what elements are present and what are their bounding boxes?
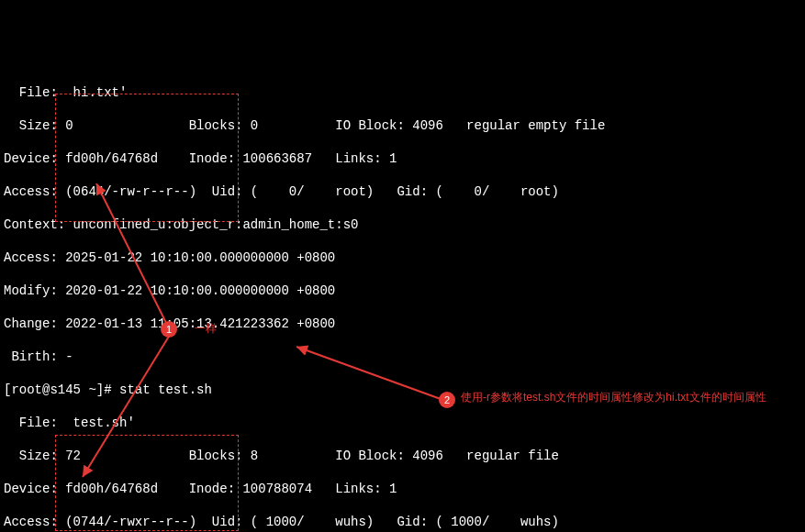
terminal-line: File: test.sh' [4, 415, 801, 431]
annotation-marker-1: 1 [161, 321, 177, 338]
terminal-line: Access: (0744/-rwxr--r--) Uid: ( 1000/ w… [4, 514, 801, 530]
terminal-line: Modify: 2020-01-22 10:10:00.000000000 +0… [4, 283, 801, 299]
terminal-output: File: hi.txt' Size: 0 Blocks: 0 IO Block… [4, 68, 801, 532]
terminal-line: Access: (0644/-rw-r--r--) Uid: ( 0/ root… [4, 183, 801, 200]
terminal-line: File: hi.txt' [4, 84, 801, 101]
terminal-line: Size: 72 Blocks: 8 IO Block: 4096 regula… [4, 448, 801, 464]
marker-number: 1 [166, 321, 172, 338]
terminal-line: Device: fd00h/64768d Inode: 100788074 Li… [4, 481, 801, 497]
terminal-line: Change: 2022-01-13 11:05:13.421223362 +0… [4, 316, 801, 332]
terminal-line: Device: fd00h/64768d Inode: 100663687 Li… [4, 150, 801, 167]
terminal-line: Birth: - [4, 349, 801, 365]
annotation-text-same: 一样 [195, 321, 217, 336]
terminal-line: Access: 2025-01-22 10:10:00.000000000 +0… [4, 249, 801, 266]
annotation-marker-2: 2 [439, 392, 455, 408]
terminal-line: Size: 0 Blocks: 0 IO Block: 4096 regular… [4, 117, 801, 134]
annotation-text-explanation: 使用-r参数将test.sh文件的时间属性修改为hi.txt文件的时间属性 [461, 390, 782, 405]
marker-number: 2 [444, 392, 450, 408]
terminal-line: Context: unconfined_u:object_r:admin_hom… [4, 216, 801, 233]
